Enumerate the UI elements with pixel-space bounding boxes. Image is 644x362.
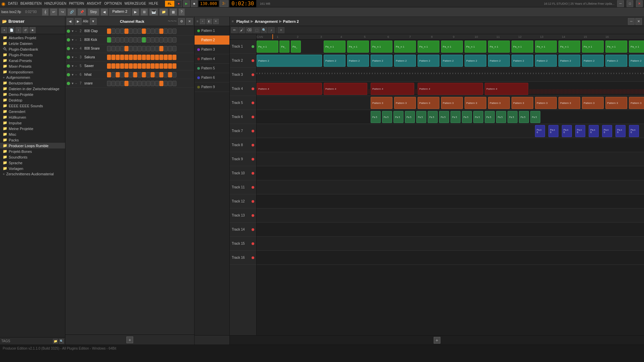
pad[interactable] bbox=[111, 37, 115, 43]
track-block[interactable]: Pattern 3 bbox=[394, 97, 416, 109]
browser-item-hullkurven[interactable]: 📁 Hüllkurven bbox=[0, 114, 65, 120]
ch-name[interactable]: 808 Clap bbox=[84, 29, 106, 33]
browser-item-meine[interactable]: 📁 Meine Projekte bbox=[0, 126, 65, 131]
pattern-item-1[interactable]: Pattern 1 bbox=[195, 26, 229, 36]
snap-btn[interactable]: 📌 bbox=[77, 8, 86, 16]
pad[interactable] bbox=[120, 46, 124, 51]
browser-item-sprache[interactable]: 📁 Sprache bbox=[0, 160, 65, 166]
pad[interactable] bbox=[164, 81, 168, 86]
track-block[interactable]: Pa_n 1 bbox=[605, 41, 627, 53]
browser-item-aufgenommen[interactable]: + Aufgenommen bbox=[0, 75, 65, 80]
pad[interactable] bbox=[107, 28, 111, 34]
pattern-num-btn[interactable]: 3↑ bbox=[220, 0, 228, 7]
pad[interactable] bbox=[151, 46, 155, 51]
ch-minus[interactable]: − bbox=[75, 73, 77, 76]
pad[interactable] bbox=[107, 63, 111, 69]
pad[interactable] bbox=[155, 63, 159, 69]
pad[interactable] bbox=[142, 72, 146, 77]
bpm-display[interactable]: 130.000 bbox=[199, 1, 219, 7]
track-block[interactable]: Pa 5 bbox=[405, 111, 415, 123]
pad[interactable] bbox=[151, 81, 155, 86]
pad[interactable] bbox=[159, 72, 163, 77]
ch-name[interactable]: 808 Kick bbox=[84, 38, 106, 42]
track-block[interactable]: Pa 5 bbox=[530, 111, 540, 123]
browser-item-kanal-presets[interactable]: 📁 Kanal-Presets bbox=[0, 58, 65, 63]
pad[interactable] bbox=[138, 55, 142, 60]
pad[interactable] bbox=[172, 46, 176, 51]
ch-led[interactable] bbox=[67, 29, 70, 33]
browser-item-plugin-presets[interactable]: 📁 Plugin-Presets bbox=[0, 52, 65, 58]
pad[interactable] bbox=[116, 55, 120, 60]
ch-name[interactable]: snare bbox=[84, 81, 106, 85]
pad[interactable] bbox=[133, 46, 137, 51]
ch-led[interactable] bbox=[67, 73, 70, 76]
pad[interactable] bbox=[164, 63, 168, 69]
pad[interactable] bbox=[146, 72, 150, 77]
pad[interactable] bbox=[116, 63, 120, 69]
browser-item-kompositionen[interactable]: 📁 Kompositionen bbox=[0, 69, 65, 75]
pad[interactable] bbox=[155, 37, 159, 43]
pl-tool-zoom[interactable]: 🔍 bbox=[261, 27, 267, 33]
pad[interactable] bbox=[124, 55, 128, 60]
browser-add-btn[interactable]: + bbox=[1, 27, 7, 33]
pad[interactable] bbox=[129, 37, 133, 43]
track-block[interactable]: Pa 5 bbox=[382, 111, 392, 123]
track-block[interactable]: Pa_n 1 bbox=[629, 41, 644, 53]
pad[interactable] bbox=[129, 55, 133, 60]
pattern-view-btn[interactable]: ◧ bbox=[207, 19, 212, 24]
track-block[interactable]: Pattern 2 bbox=[394, 55, 416, 67]
track-block[interactable]: Pa_n 1 bbox=[465, 41, 486, 53]
pad[interactable] bbox=[138, 46, 142, 51]
pad[interactable] bbox=[107, 55, 111, 60]
pl-tool-select[interactable]: ⬚ bbox=[253, 27, 260, 33]
track-block[interactable]: Pa_n 1 bbox=[418, 41, 439, 53]
browser-refresh-btn[interactable]: ↺ bbox=[22, 27, 29, 33]
track-block[interactable]: Pa_n 1 bbox=[371, 41, 392, 53]
track-block[interactable]: Pa.n 6 bbox=[548, 125, 558, 137]
ch-minus[interactable]: − bbox=[75, 29, 77, 33]
pad[interactable] bbox=[155, 55, 159, 60]
pad[interactable] bbox=[129, 28, 133, 34]
playlist-close-btn[interactable]: ✕ bbox=[635, 18, 642, 25]
tracks-area[interactable]: CAN 1 2 3 4 5 6 7 8 9 10 11 12 13 bbox=[257, 34, 644, 335]
pad[interactable] bbox=[124, 63, 128, 69]
rack-nav-next[interactable]: ▶ bbox=[75, 18, 82, 25]
browser-item-eeee[interactable]: 📁 EEEE EEEE Sounds bbox=[0, 103, 65, 109]
menu-item-hilfe[interactable]: HILFE bbox=[149, 2, 158, 5]
pad[interactable] bbox=[138, 28, 142, 34]
ch-name[interactable]: 808 Snare bbox=[84, 47, 106, 50]
pattern-item-4[interactable]: Pattern 4 bbox=[195, 54, 229, 64]
pad[interactable] bbox=[172, 55, 176, 60]
track-block[interactable]: Pa 5 bbox=[462, 111, 472, 123]
track-block[interactable]: Pa.n 6 bbox=[535, 125, 545, 137]
pattern-item-3[interactable]: Pattern 3 bbox=[195, 45, 229, 54]
pad[interactable] bbox=[146, 37, 150, 43]
pad[interactable] bbox=[111, 46, 115, 51]
track-block[interactable]: Pa_n 1 bbox=[441, 41, 463, 53]
pad[interactable] bbox=[133, 72, 137, 77]
pad[interactable] bbox=[164, 37, 168, 43]
pad[interactable] bbox=[133, 28, 137, 34]
track-block[interactable]: Pattern 2 bbox=[418, 55, 439, 67]
help-btn[interactable]: ? bbox=[178, 8, 185, 16]
undo-btn[interactable]: ↩ bbox=[50, 8, 57, 16]
pad[interactable] bbox=[159, 37, 163, 43]
track-block[interactable]: Pa.n 6 bbox=[602, 125, 612, 137]
pad[interactable] bbox=[151, 55, 155, 60]
track-block[interactable]: Pattern 3 bbox=[418, 97, 439, 109]
pad[interactable] bbox=[146, 46, 150, 51]
pl-tool-erase[interactable]: ⌫ bbox=[246, 27, 253, 33]
menu-item-bearbeiten[interactable]: BEARBEITEN bbox=[20, 2, 42, 5]
track-block[interactable]: Pa 5 bbox=[450, 111, 461, 123]
ch-name[interactable]: Sawer bbox=[84, 64, 106, 68]
rack-nav-prev[interactable]: ◀ bbox=[67, 18, 73, 25]
browser-item-mixer-presets[interactable]: 📁 Mixer-Presets bbox=[0, 63, 65, 69]
ch-minus[interactable]: − bbox=[75, 47, 77, 50]
track-block[interactable]: Pa 5 bbox=[473, 111, 483, 123]
pad[interactable] bbox=[107, 81, 111, 86]
pattern-dropdown[interactable]: Pattern 2 bbox=[109, 8, 130, 16]
pad[interactable] bbox=[172, 63, 176, 69]
track-block[interactable]: Pattern 2 bbox=[347, 55, 369, 67]
browser-up-btn[interactable]: ↑ bbox=[15, 27, 21, 33]
track-block[interactable]: Pa_ bbox=[291, 41, 301, 53]
